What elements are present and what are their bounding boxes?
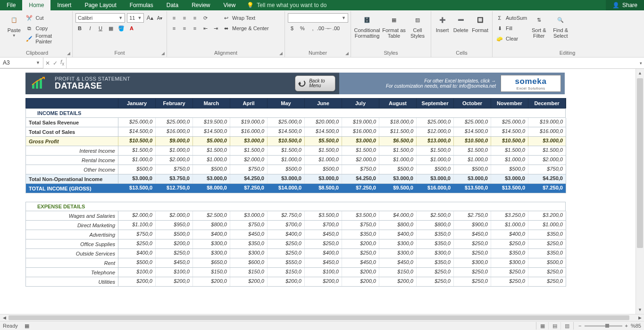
cell[interactable]: $3.250,0 xyxy=(491,211,528,220)
cell[interactable]: $600,0 xyxy=(230,258,268,267)
cell[interactable]: $25.000,0 xyxy=(118,118,156,127)
cell[interactable]: $350,0 xyxy=(417,230,454,239)
cell[interactable]: $500,0 xyxy=(379,165,417,174)
cell[interactable]: $250,0 xyxy=(454,277,491,286)
cell[interactable]: $800,0 xyxy=(193,221,230,230)
cell[interactable]: $1.000,0 xyxy=(454,156,491,165)
cell[interactable]: $150,0 xyxy=(193,268,230,277)
cell[interactable]: $1.500,0 xyxy=(454,146,491,155)
cell[interactable]: $200,0 xyxy=(305,277,342,286)
cell[interactable]: $9.500,0 xyxy=(379,184,417,193)
cell[interactable]: $4.250,0 xyxy=(230,174,268,183)
cell[interactable]: $350,0 xyxy=(528,230,566,239)
cell[interactable]: $7.250,0 xyxy=(342,184,379,193)
fill-button[interactable]: ⬇Fill xyxy=(495,24,527,33)
cell[interactable]: $300,0 xyxy=(454,258,491,267)
cell[interactable]: $1.000,0 xyxy=(156,146,193,155)
cell[interactable]: $700,0 xyxy=(268,221,305,230)
cell[interactable]: $300,0 xyxy=(230,249,268,258)
cell[interactable]: $13.500,0 xyxy=(491,184,528,193)
name-box[interactable]: A3▼ xyxy=(0,58,43,68)
comma-icon[interactable]: , xyxy=(309,24,317,33)
tab-home[interactable]: Home xyxy=(22,0,50,10)
horizontal-scrollbar[interactable]: ◀ ▶ xyxy=(0,314,644,322)
cell[interactable]: $950,0 xyxy=(156,221,193,230)
cell[interactable]: $3.000,0 xyxy=(342,137,379,146)
cell[interactable]: $250,0 xyxy=(268,249,305,258)
bold-button[interactable]: B xyxy=(75,24,84,33)
tab-formulas[interactable]: Formulas xyxy=(123,0,160,10)
tab-view[interactable]: View xyxy=(217,0,243,10)
cell[interactable]: $3.000,0 xyxy=(379,174,417,183)
wrap-text-button[interactable]: ↩Wrap Text xyxy=(222,13,269,23)
cell[interactable]: $14.500,0 xyxy=(454,127,491,136)
cell[interactable]: $7.250,0 xyxy=(230,184,268,193)
page-break-view-icon[interactable]: ▥ xyxy=(561,322,573,330)
cell[interactable]: $1.500,0 xyxy=(342,146,379,155)
cell[interactable]: $200,0 xyxy=(342,268,379,277)
cell[interactable]: $250,0 xyxy=(528,268,566,277)
cell[interactable]: $500,0 xyxy=(491,165,528,174)
cell[interactable]: $400,0 xyxy=(118,249,156,258)
cell[interactable]: $13.500,0 xyxy=(454,184,491,193)
cell[interactable]: $5.000,0 xyxy=(193,137,230,146)
tab-review[interactable]: Review xyxy=(185,0,217,10)
cell[interactable]: $400,0 xyxy=(193,230,230,239)
cell[interactable]: $1.000,0 xyxy=(379,156,417,165)
cell[interactable]: $19.000,0 xyxy=(342,118,379,127)
cell[interactable]: $10.500,0 xyxy=(118,137,156,146)
accounting-icon[interactable]: $ xyxy=(288,24,296,33)
cell[interactable]: $800,0 xyxy=(379,221,417,230)
cell[interactable]: $500,0 xyxy=(268,165,305,174)
cell[interactable]: $19.000,0 xyxy=(528,118,566,127)
cell[interactable]: $250,0 xyxy=(156,249,193,258)
cell[interactable]: $10.500,0 xyxy=(454,137,491,146)
cell[interactable]: $250,0 xyxy=(305,239,342,248)
align-right-icon[interactable]: ≡ xyxy=(191,24,199,33)
share-button[interactable]: 👤Share xyxy=(606,0,644,10)
increase-font-icon[interactable]: A▴ xyxy=(146,14,154,22)
cell[interactable]: $4.000,0 xyxy=(379,211,417,220)
normal-view-icon[interactable]: ▦ xyxy=(536,322,549,330)
cell[interactable]: $300,0 xyxy=(379,239,417,248)
cell[interactable]: $14.000,0 xyxy=(268,184,305,193)
underline-button[interactable]: U xyxy=(96,24,105,33)
cell[interactable]: $2.000,0 xyxy=(230,156,268,165)
tab-insert[interactable]: Insert xyxy=(50,0,78,10)
cell[interactable]: $250,0 xyxy=(118,239,156,248)
cell[interactable]: $250,0 xyxy=(528,277,566,286)
cell[interactable]: $2.000,0 xyxy=(528,156,566,165)
cell[interactable]: $350,0 xyxy=(528,249,566,258)
cell[interactable]: $400,0 xyxy=(268,230,305,239)
cell[interactable]: $200,0 xyxy=(379,277,417,286)
cell[interactable]: $14.500,0 xyxy=(268,127,305,136)
cell[interactable]: $14.500,0 xyxy=(491,127,528,136)
cell[interactable]: $350,0 xyxy=(342,230,379,239)
cell[interactable]: $5.500,0 xyxy=(305,137,342,146)
cell[interactable]: $25.000,0 xyxy=(417,118,454,127)
vertical-scrollbar[interactable]: ▲ ▼ xyxy=(636,69,644,314)
cell[interactable]: $1.500,0 xyxy=(230,146,268,155)
number-dialog-icon[interactable]: ◢ xyxy=(344,50,350,56)
cell[interactable]: $3.500,0 xyxy=(305,211,342,220)
cell[interactable]: $2.750,0 xyxy=(454,211,491,220)
cell[interactable]: $500,0 xyxy=(118,165,156,174)
zoom-out-icon[interactable]: − xyxy=(578,323,581,329)
cell[interactable]: $1.000,0 xyxy=(491,221,528,230)
cell[interactable]: $200,0 xyxy=(268,277,305,286)
insert-cells-button[interactable]: ➕Insert xyxy=(434,13,451,33)
cell[interactable]: $3.000,0 xyxy=(230,137,268,146)
align-center-icon[interactable]: ≡ xyxy=(180,24,189,33)
percent-icon[interactable]: % xyxy=(298,24,307,33)
cell[interactable]: $3.000,0 xyxy=(118,174,156,183)
cell-styles-button[interactable]: ▨Cell Styles xyxy=(408,13,427,39)
cell[interactable]: $1.000,0 xyxy=(528,221,566,230)
cell[interactable]: $1.500,0 xyxy=(118,146,156,155)
cell[interactable]: $2.000,0 xyxy=(156,156,193,165)
tab-data[interactable]: Data xyxy=(160,0,185,10)
cell[interactable]: $700,0 xyxy=(305,221,342,230)
scroll-up-icon[interactable]: ▲ xyxy=(636,69,644,77)
cell[interactable]: $450,0 xyxy=(454,230,491,239)
cell[interactable]: $150,0 xyxy=(230,268,268,277)
clear-button[interactable]: 🧽Clear xyxy=(495,34,527,43)
